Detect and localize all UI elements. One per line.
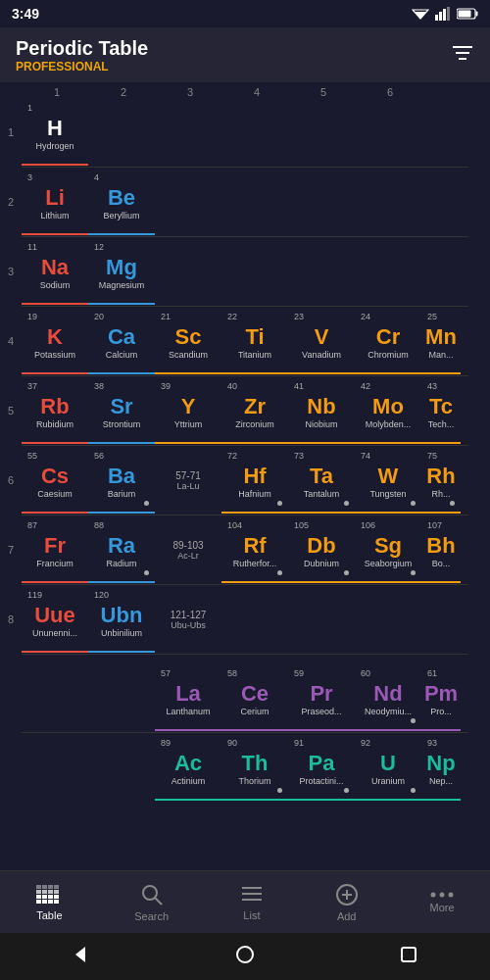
svg-rect-13 [42, 885, 47, 889]
bottom-nav: Table Search List Add More [0, 870, 490, 933]
element-K[interactable]: 19 K Potassium [22, 308, 88, 374]
svg-rect-22 [48, 895, 53, 899]
period-row-3: 3 11 Na Sodium 12 Mg Magnesium [0, 238, 490, 305]
row-cells-1: 1 H Hydrogen [22, 99, 490, 166]
row-num-3: 3 [0, 266, 22, 277]
svg-rect-27 [54, 900, 59, 904]
element-V[interactable]: 23 V Vanadium [288, 308, 355, 374]
svg-rect-21 [42, 895, 47, 899]
actinide-row: 89 Ac Actinium 90 Th Thorium 91 Pa Prota… [0, 734, 490, 801]
element-La[interactable]: 57 La Lanthanum [155, 664, 221, 731]
row-cells-6: 55 Cs Caesium 56 Ba Barium 57-71 La-Lu 7… [22, 447, 490, 514]
element-Np[interactable]: 93 Np Nep... [421, 734, 461, 801]
dot-Hf [277, 501, 282, 506]
element-Cs[interactable]: 55 Cs Caesium [22, 447, 88, 514]
element-Mo[interactable]: 42 Mo Molybden... [355, 377, 421, 444]
row-num-2: 2 [0, 196, 22, 208]
svg-rect-17 [42, 890, 47, 894]
period-row-4: 4 19 K Potassium 20 Ca Calcium 21 Sc Sca… [0, 308, 490, 374]
element-H[interactable]: 1 H Hydrogen [22, 99, 88, 166]
element-Pa[interactable]: 91 Pa Protactini... [288, 734, 355, 801]
nav-more[interactable]: More [430, 892, 455, 913]
element-Nb[interactable]: 41 Nb Niobium [288, 377, 355, 444]
row-cells-3: 11 Na Sodium 12 Mg Magnesium [22, 238, 490, 305]
svg-rect-7 [476, 12, 478, 17]
element-Rb[interactable]: 37 Rb Rubidium [22, 377, 88, 444]
nav-list-label: List [243, 909, 260, 921]
svg-point-36 [431, 892, 436, 897]
svg-point-38 [449, 892, 454, 897]
element-Nd[interactable]: 60 Nd Neodymiu... [355, 664, 421, 731]
element-Hf[interactable]: 72 Hf Hafnium [221, 447, 288, 514]
element-Bh[interactable]: 107 Bh Bo... [421, 516, 461, 583]
nav-list[interactable]: List [240, 884, 264, 921]
col-1: 1 [24, 86, 90, 98]
row-num-8: 8 [0, 613, 22, 625]
dot-Ta [344, 501, 349, 506]
svg-rect-12 [36, 885, 41, 889]
element-Sc[interactable]: 21 Sc Scandium [155, 308, 221, 374]
svg-marker-39 [75, 947, 85, 962]
search-nav-icon [140, 883, 164, 906]
element-Ti[interactable]: 22 Ti Titanium [221, 308, 288, 374]
actinide-span: 89-103 Ac-Lr [155, 516, 221, 583]
element-Ac[interactable]: 89 Ac Actinium [155, 734, 221, 801]
wifi-icon [412, 7, 429, 21]
filter-button[interactable] [451, 43, 474, 68]
element-Fr[interactable]: 87 Fr Francium [22, 516, 88, 583]
svg-point-40 [237, 947, 253, 962]
element-Sg[interactable]: 106 Sg Seaborgium [355, 516, 421, 583]
actinide-cells: 89 Ac Actinium 90 Th Thorium 91 Pa Prota… [155, 734, 490, 801]
home-button[interactable] [235, 945, 255, 969]
element-Sr[interactable]: 38 Sr Strontium [88, 377, 155, 444]
element-Tc[interactable]: 43 Tc Tech... [421, 377, 461, 444]
col-6: 6 [357, 86, 423, 98]
element-Cr[interactable]: 24 Cr Chromium [355, 308, 421, 374]
element-Mn[interactable]: 25 Mn Man... [421, 308, 461, 374]
top-bar: Periodic Table PROFESSIONAL [0, 27, 490, 82]
app-title: Periodic Table [16, 37, 148, 60]
period-row-7: 7 87 Fr Francium 88 Ra Radium 89-103 Ac-… [0, 516, 490, 583]
element-Th[interactable]: 90 Th Thorium [221, 734, 288, 801]
dot-Rf [277, 570, 282, 575]
recents-button[interactable] [399, 945, 418, 969]
nav-table-label: Table [36, 909, 62, 921]
element-Pm[interactable]: 61 Pm Pro... [421, 664, 461, 731]
element-Mg[interactable]: 12 Mg Magnesium [88, 238, 155, 305]
col-3: 3 [157, 86, 223, 98]
element-Uue[interactable]: 119 Uue Ununenni... [22, 586, 88, 653]
element-U[interactable]: 92 U Uranium [355, 734, 421, 801]
element-Be[interactable]: 4 Be Beryllium [88, 169, 155, 235]
element-Ca[interactable]: 20 Ca Calcium [88, 308, 155, 374]
nav-add[interactable]: Add [335, 883, 359, 922]
element-Pr[interactable]: 59 Pr Praseod... [288, 664, 355, 731]
dot-U [411, 788, 416, 793]
svg-rect-5 [447, 7, 450, 21]
nav-table[interactable]: Table [35, 884, 63, 921]
status-icons [412, 7, 478, 21]
nav-search[interactable]: Search [134, 883, 169, 922]
element-Li[interactable]: 3 Li Lithium [22, 169, 88, 235]
element-Rh[interactable]: 75 Rh Rh... [421, 447, 461, 514]
element-Ubn[interactable]: 120 Ubn Unbinilium [88, 586, 155, 653]
element-W[interactable]: 74 W Tungsten [355, 447, 421, 514]
back-button[interactable] [72, 945, 91, 969]
row-cells-7: 87 Fr Francium 88 Ra Radium 89-103 Ac-Lr… [22, 516, 490, 583]
element-Db[interactable]: 105 Db Dubnium [288, 516, 355, 583]
dot-Nd [411, 718, 416, 723]
element-Na[interactable]: 11 Na Sodium [22, 238, 88, 305]
element-Ce[interactable]: 58 Ce Cerium [221, 664, 288, 731]
dot-Ba [144, 501, 149, 506]
signal-icon [435, 7, 451, 21]
row-cells-2: 3 Li Lithium 4 Be Beryllium [22, 169, 490, 235]
status-bar: 3:49 [0, 0, 490, 27]
element-Ra[interactable]: 88 Ra Radium [88, 516, 155, 583]
element-Zr[interactable]: 40 Zr Zirconium [221, 377, 288, 444]
svg-rect-24 [36, 900, 41, 904]
element-Ta[interactable]: 73 Ta Tantalum [288, 447, 355, 514]
app-title-block: Periodic Table PROFESSIONAL [16, 37, 148, 74]
status-time: 3:49 [12, 6, 39, 22]
element-Rf[interactable]: 104 Rf Rutherfor... [221, 516, 288, 583]
element-Y[interactable]: 39 Y Yttrium [155, 377, 221, 444]
element-Ba[interactable]: 56 Ba Barium [88, 447, 155, 514]
